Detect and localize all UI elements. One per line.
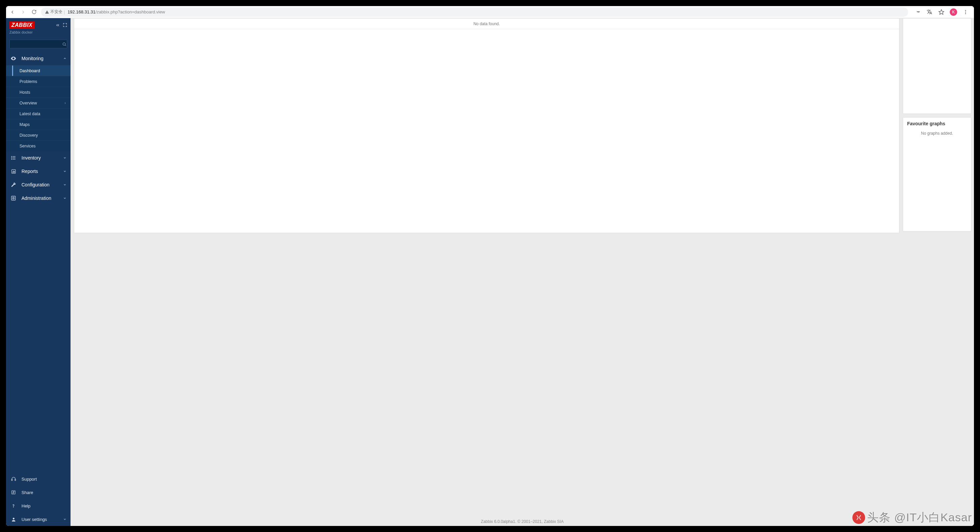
not-secure-indicator: 不安全 | (45, 9, 65, 15)
nav-item-discovery[interactable]: Discovery (6, 130, 70, 140)
favourite-graphs-widget: Favourite graphs No graphs added. (903, 117, 971, 231)
nav-item-overview[interactable]: Overview (6, 97, 70, 108)
svg-point-10 (11, 158, 12, 158)
nav-sub-label: Problems (19, 79, 37, 84)
dashboard-widget-main: No data found. (74, 18, 899, 233)
nav-label: User settings (21, 517, 47, 522)
chevron-down-icon (63, 170, 67, 173)
nav-label: Help (21, 503, 30, 508)
sidebar: ZABBIX Zabbix docker (6, 18, 70, 526)
zabbix-logo[interactable]: ZABBIX (10, 21, 35, 29)
bookmark-star-icon[interactable] (938, 8, 945, 16)
list-icon (10, 155, 17, 161)
no-data-message: No data found. (74, 19, 899, 29)
nav-label: Monitoring (21, 56, 43, 61)
nav-sub-label: Maps (19, 122, 30, 127)
url-text: 192.168.31.31/zabbix.php?action=dashboar… (67, 10, 165, 14)
widget-empty-message: No graphs added. (903, 130, 971, 140)
address-bar[interactable]: 不安全 | 192.168.31.31/zabbix.php?action=da… (41, 7, 908, 17)
svg-point-9 (11, 156, 12, 156)
server-name-label: Zabbix docker (6, 30, 70, 38)
nav-section-configuration[interactable]: Configuration (6, 178, 70, 191)
svg-point-17 (13, 198, 14, 199)
browser-menu-icon[interactable] (962, 8, 969, 16)
svg-line-5 (65, 45, 66, 46)
nav-item-latest-data[interactable]: Latest data (6, 108, 70, 119)
user-icon (10, 517, 17, 522)
browser-forward-button[interactable] (19, 8, 27, 16)
nav-item-dashboard[interactable]: Dashboard (6, 65, 70, 76)
svg-point-22 (13, 518, 14, 519)
password-key-icon[interactable] (913, 8, 921, 16)
headset-icon (10, 476, 17, 482)
svg-rect-13 (13, 171, 13, 173)
nav-item-support[interactable]: Support (6, 472, 70, 486)
dashboard-widget-blank (903, 18, 971, 114)
chevron-down-icon (63, 183, 67, 186)
nav-sub-label: Dashboard (19, 68, 40, 73)
translate-icon[interactable] (926, 8, 933, 16)
fullscreen-icon[interactable] (63, 23, 67, 27)
wrench-icon (10, 182, 17, 187)
sidebar-collapse-icon[interactable] (56, 23, 60, 27)
svg-rect-18 (11, 479, 13, 481)
svg-point-21 (13, 507, 14, 507)
gear-box-icon (10, 196, 17, 201)
svg-point-3 (965, 13, 966, 14)
svg-marker-0 (939, 10, 944, 14)
nav-label: Configuration (21, 182, 49, 187)
svg-point-2 (965, 11, 966, 13)
nav-label: Support (21, 476, 37, 482)
nav-label: Reports (21, 169, 38, 174)
nav-item-services[interactable]: Services (6, 140, 70, 151)
chevron-right-icon (64, 102, 67, 104)
footer-copyright: Zabbix 6.0.0alpha1. © 2001–2021, Zabbix … (70, 519, 974, 524)
browser-back-button[interactable] (9, 8, 16, 16)
nav-label: Inventory (21, 155, 41, 161)
svg-rect-19 (15, 479, 16, 481)
svg-point-1 (965, 10, 966, 11)
chevron-down-icon (63, 196, 67, 200)
nav-sub-label: Discovery (19, 133, 38, 138)
svg-rect-15 (14, 171, 15, 173)
search-icon[interactable] (62, 42, 67, 46)
svg-rect-14 (13, 170, 14, 173)
eye-icon (10, 56, 17, 62)
chevron-up-icon (63, 57, 67, 60)
z-square-icon (10, 490, 17, 495)
nav-sub-label: Hosts (19, 90, 30, 95)
nav-item-share[interactable]: Share (6, 486, 70, 499)
nav-label: Administration (21, 196, 51, 201)
security-label: 不安全 (50, 9, 62, 15)
widget-title: Favourite graphs (903, 118, 971, 130)
nav-item-maps[interactable]: Maps (6, 119, 70, 130)
nav-sub-label: Latest data (19, 111, 40, 116)
nav-item-user-settings[interactable]: User settings (6, 513, 70, 526)
svg-point-4 (63, 43, 65, 45)
nav-section-monitoring[interactable]: Monitoring (6, 52, 70, 65)
nav-item-help[interactable]: Help (6, 499, 70, 513)
nav-item-problems[interactable]: Problems (6, 76, 70, 87)
search-input[interactable] (12, 41, 62, 46)
main-content: No data found. Favourite graphs No graph… (70, 18, 974, 526)
svg-point-11 (11, 159, 12, 159)
profile-avatar[interactable]: K (950, 8, 957, 16)
chevron-down-icon (63, 156, 67, 159)
browser-reload-button[interactable] (30, 8, 38, 16)
nav-sub-label: Services (19, 144, 36, 148)
nav-section-inventory[interactable]: Inventory (6, 151, 70, 164)
chevron-down-icon (63, 518, 67, 521)
sidebar-search[interactable] (10, 40, 67, 48)
question-icon (10, 503, 17, 508)
nav-item-hosts[interactable]: Hosts (6, 87, 70, 97)
nav-sub-label: Overview (19, 101, 37, 105)
nav-section-administration[interactable]: Administration (6, 191, 70, 205)
nav-section-reports[interactable]: Reports (6, 164, 70, 178)
browser-toolbar: 不安全 | 192.168.31.31/zabbix.php?action=da… (6, 6, 974, 18)
chart-icon (10, 169, 17, 174)
nav-label: Share (21, 490, 33, 495)
